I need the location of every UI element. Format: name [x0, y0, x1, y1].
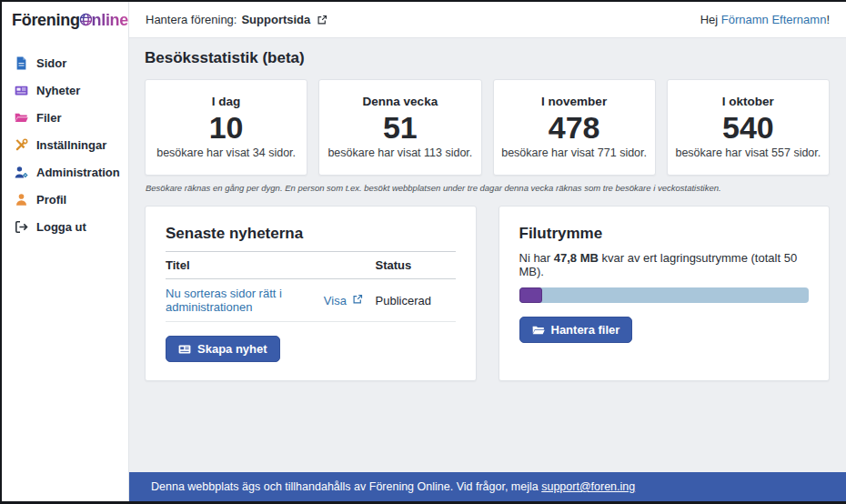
footer: Denna webbplats ägs och tillhandahålls a…: [129, 472, 846, 501]
storage-panel: Filutrymme Ni har 47,8 MB kvar av ert la…: [499, 206, 831, 381]
storage-text: Ni har 47,8 MB kvar av ert lagringsutrym…: [519, 251, 810, 278]
stat-value: 51: [327, 110, 473, 146]
news-panel-title: Senaste nyheterna: [166, 225, 456, 243]
create-news-label: Skapa nyhet: [197, 342, 267, 356]
manage-files-button[interactable]: Hantera filer: [519, 317, 633, 343]
folder-open-icon: [532, 324, 545, 337]
news-row: Nu sorteras sidor rätt i administratione…: [166, 279, 456, 322]
logo-text-accent: nline: [91, 11, 128, 30]
user-name-link[interactable]: Förnamn Efternamn: [721, 13, 827, 26]
news-col-status: Status: [376, 252, 456, 279]
sidebar-nav: Sidor Nyheter Filer Inställningar Admini…: [2, 38, 128, 241]
site-link[interactable]: Supportsida: [241, 13, 310, 26]
sidebar-item-administration[interactable]: Administration: [2, 159, 128, 186]
news-view-link[interactable]: Visa: [324, 294, 363, 307]
greeting-prefix: Hej: [700, 13, 721, 26]
newspaper-icon: [178, 343, 191, 356]
sidebar: Föreningnline Sidor Nyheter Filer Instäl…: [2, 2, 129, 501]
sidebar-item-nyheter[interactable]: Nyheter: [2, 77, 128, 104]
news-table: Titel Status Nu sorteras sidor rätt i ad…: [166, 251, 456, 322]
content: Besöksstatistik (beta) I dag 10 besökare…: [129, 38, 846, 472]
stats-grid: I dag 10 besökare har visat 34 sidor. De…: [145, 79, 830, 176]
stat-label: Denna vecka: [327, 95, 473, 108]
news-status: Publicerad: [376, 279, 456, 322]
file-icon: [15, 56, 28, 70]
sidebar-item-label: Logga ut: [36, 220, 86, 234]
user-gear-icon: [15, 166, 28, 179]
footer-text: Denna webbplats ägs och tillhandahålls a…: [151, 480, 541, 493]
sidebar-item-filer[interactable]: Filer: [2, 105, 128, 131]
user-greeting: Hej Förnamn Efternamn!: [700, 13, 830, 26]
stat-label: I dag: [153, 95, 299, 108]
manage-label: Hantera förening:: [146, 13, 237, 26]
sidebar-item-label: Inställningar: [36, 138, 106, 152]
footer-support-link[interactable]: support@foren.ing: [541, 480, 635, 493]
stat-card-today: I dag 10 besökare har visat 34 sidor.: [145, 79, 307, 176]
sidebar-item-profil[interactable]: Profil: [2, 186, 128, 213]
stat-label: I oktober: [675, 95, 821, 108]
news-col-title: Titel: [166, 252, 376, 279]
external-link-icon[interactable]: [317, 15, 327, 25]
panels-row: Senaste nyheterna Titel Status Nu sorter…: [145, 206, 830, 381]
logo-text-dark: Förening: [12, 11, 80, 30]
latest-news-panel: Senaste nyheterna Titel Status Nu sorter…: [145, 206, 477, 381]
manage-association: Hantera förening: Supportsida: [146, 13, 327, 26]
manage-files-label: Hantera filer: [551, 323, 620, 337]
external-link-icon: [352, 294, 363, 305]
news-item-link[interactable]: Nu sorteras sidor rätt i administratione…: [166, 287, 282, 314]
sidebar-item-sidor[interactable]: Sidor: [2, 50, 128, 76]
stat-value: 478: [501, 110, 648, 146]
globe-icon: [79, 12, 93, 29]
app-window: Föreningnline Sidor Nyheter Filer Instäl…: [0, 0, 846, 504]
logout-icon: [15, 220, 28, 234]
sidebar-item-installningar[interactable]: Inställningar: [2, 132, 128, 158]
stat-label: I november: [501, 95, 648, 108]
user-icon: [15, 193, 28, 207]
stat-card-november: I november 478 besökare har visat 771 si…: [493, 79, 656, 176]
create-news-button[interactable]: Skapa nyhet: [166, 336, 280, 362]
stats-note: Besökare räknas en gång per dygn. En per…: [146, 183, 829, 193]
sidebar-item-label: Profil: [36, 193, 66, 207]
storage-amount: 47,8 MB: [554, 251, 599, 265]
sidebar-item-logga-ut[interactable]: Logga ut: [2, 214, 128, 240]
storage-progress-fill: [519, 287, 542, 303]
main-column: Hantera förening: Supportsida Hej Förnam…: [129, 2, 846, 501]
stat-subtext: besökare har visat 557 sidor.: [675, 146, 821, 159]
stat-value: 10: [153, 110, 299, 146]
tools-icon: [15, 138, 28, 152]
stat-subtext: besökare har visat 113 sidor.: [327, 146, 473, 159]
sidebar-item-label: Sidor: [36, 56, 66, 70]
sidebar-item-label: Filer: [36, 111, 61, 125]
stat-card-october: I oktober 540 besökare har visat 557 sid…: [667, 79, 830, 176]
topbar: Hantera förening: Supportsida Hej Förnam…: [129, 2, 846, 38]
sidebar-item-label: Administration: [36, 166, 120, 179]
sidebar-item-label: Nyheter: [36, 84, 80, 97]
stat-subtext: besökare har visat 34 sidor.: [153, 146, 299, 159]
newspaper-icon: [15, 84, 28, 97]
stat-subtext: besökare har visat 771 sidor.: [501, 146, 648, 159]
page-title: Besöksstatistik (beta): [145, 49, 830, 67]
storage-panel-title: Filutrymme: [519, 225, 810, 243]
folder-open-icon: [15, 111, 28, 125]
greeting-suffix: !: [826, 13, 830, 26]
stat-value: 540: [675, 110, 821, 146]
stat-card-week: Denna vecka 51 besökare har visat 113 si…: [318, 79, 481, 176]
app-logo[interactable]: Föreningnline: [2, 2, 128, 38]
storage-progress-bar: [519, 287, 810, 303]
